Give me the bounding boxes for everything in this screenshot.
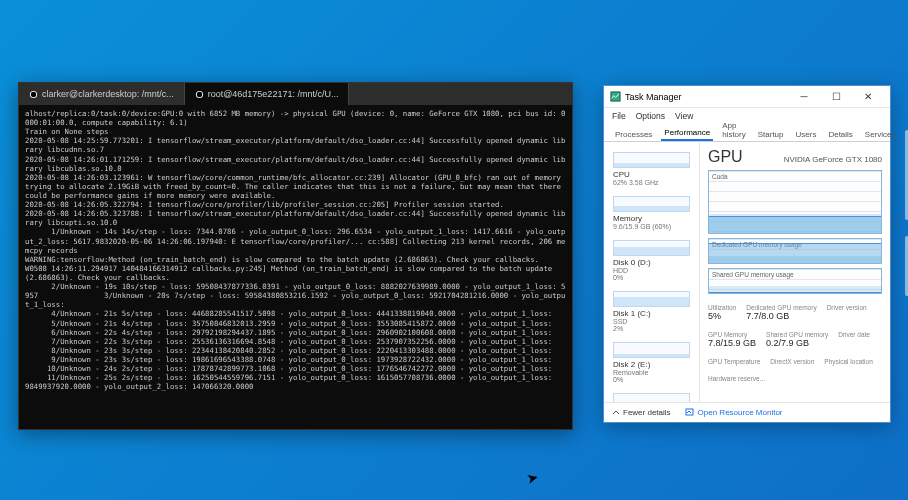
terminal-tab-1-label: clarker@clarkerdesktop: /mnt/c... [42,89,174,99]
mini-chart [613,152,690,168]
window-title: Task Manager [625,92,788,102]
menu-view[interactable]: View [675,111,693,121]
card-sub: 62% 3.58 GHz [613,179,690,186]
gpu-chart-shared[interactable]: Shared GPU memory usage [708,268,882,294]
chart-label: Cuda [712,173,728,180]
card-name: CPU [613,170,690,179]
sidebar-card-disk-2-e-[interactable]: Disk 2 (E:)Removable0% [608,338,695,387]
terminal-tabs: clarker@clarkerdesktop: /mnt/c... root@4… [19,83,572,105]
svg-point-3 [196,91,201,96]
chart-label: Dedicated GPU memory usage [712,241,802,248]
stat-key: Hardware reserve... [708,375,765,382]
gpu-stat: Utilization5% [708,304,736,321]
stat-key: Driver date [838,331,870,338]
stat-key: Shared GPU memory [766,331,828,338]
close-button[interactable]: ✕ [852,91,884,102]
footer: Fewer details Open Resource Monitor [604,402,890,422]
stat-key: Utilization [708,304,736,311]
mini-chart [613,393,690,402]
open-resource-monitor-link[interactable]: Open Resource Monitor [685,408,783,417]
stat-key: GPU Temperature [708,358,760,365]
card-sub2: 0% [613,274,690,281]
terminal-window[interactable]: clarker@clarkerdesktop: /mnt/c... root@4… [18,82,573,430]
card-sub2: 0% [613,376,690,383]
gpu-chart-dedicated[interactable]: Dedicated GPU memory usage [708,238,882,264]
sidebar-card-cpu[interactable]: CPU62% 3.58 GHz [608,148,695,190]
stat-value: 0.2/7.9 GB [766,338,828,348]
gpu-panel: GPU NVIDIA GeForce GTX 1080 Cuda Dedicat… [700,142,890,402]
task-manager-window[interactable]: Task Manager ─ ☐ ✕ File Options View Pro… [603,85,891,423]
stat-key: Dedicated GPU memory [746,304,816,311]
tab-details[interactable]: Details [825,128,855,141]
stat-key: GPU Memory [708,331,756,338]
card-name: Memory [613,214,690,223]
menu-file[interactable]: File [612,111,626,121]
gpu-stat: Dedicated GPU memory7.7/8.0 GB [746,304,816,321]
gpu-stat: Hardware reserve... [708,375,765,382]
tab-services[interactable]: Services [862,128,899,141]
minimize-button[interactable]: ─ [788,91,820,102]
gpu-stat: Driver version [827,304,867,321]
svg-rect-4 [611,92,620,101]
chevron-up-icon [612,409,620,417]
gpu-stat: GPU Memory7.8/15.9 GB [708,331,756,348]
tux-icon [29,90,38,99]
mouse-cursor-icon: ➤ [525,469,541,488]
maximize-button[interactable]: ☐ [820,91,852,102]
card-name: Disk 2 (E:) [613,360,690,369]
tab-processes[interactable]: Processes [612,128,655,141]
gpu-chart-cuda[interactable]: Cuda [708,170,882,234]
stat-value: 7.8/15.9 GB [708,338,756,348]
resource-sidebar[interactable]: CPU62% 3.58 GHzMemory9.6/15.9 GB (60%)Di… [604,142,700,402]
sidebar-card-disk-1-c-[interactable]: Disk 1 (C:)SSD2% [608,287,695,336]
gpu-stats: Utilization5%Dedicated GPU memory7.7/8.0… [708,304,882,382]
stat-key: Driver version [827,304,867,311]
card-name: Disk 0 (D:) [613,258,690,267]
stat-value: 7.7/8.0 GB [746,311,816,321]
tab-strip: Processes Performance App history Startu… [604,124,890,142]
gpu-model: NVIDIA GeForce GTX 1080 [784,155,882,164]
sidebar-card-disk-0-d-[interactable]: Disk 0 (D:)HDD0% [608,236,695,285]
tab-app-history[interactable]: App history [719,119,749,141]
sidebar-card-ethernet[interactable]: EthernetvEthernet (DockerNAT)S: 0 R: 0 K… [608,389,695,402]
menu-options[interactable]: Options [636,111,665,121]
card-sub: Removable [613,369,690,376]
terminal-tab-2[interactable]: root@46d175e22171: /mnt/c/U... [185,83,350,105]
gpu-stat: GPU Temperature [708,358,760,365]
mini-chart [613,196,690,212]
tab-startup[interactable]: Startup [755,128,787,141]
card-sub: 9.6/15.9 GB (60%) [613,223,690,230]
gpu-stat: Physical location [824,358,872,365]
performance-body: CPU62% 3.58 GHzMemory9.6/15.9 GB (60%)Di… [604,142,890,402]
card-sub: HDD [613,267,690,274]
tux-icon [195,90,204,99]
card-sub2: 2% [613,325,690,332]
terminal-tab-1[interactable]: clarker@clarkerdesktop: /mnt/c... [19,83,185,105]
gpu-heading: GPU [708,148,743,166]
stat-value: 5% [708,311,736,321]
terminal-tab-2-label: root@46d175e22171: /mnt/c/U... [208,89,339,99]
svg-point-1 [31,91,36,96]
task-manager-icon [610,91,621,102]
fewer-details-button[interactable]: Fewer details [612,408,671,417]
mini-chart [613,291,690,307]
titlebar[interactable]: Task Manager ─ ☐ ✕ [604,86,890,108]
stat-key: DirectX version [770,358,814,365]
stat-key: Physical location [824,358,872,365]
tab-users[interactable]: Users [793,128,820,141]
monitor-icon [685,408,694,417]
card-sub: SSD [613,318,690,325]
chart-label: Shared GPU memory usage [712,271,794,278]
gpu-stat: Driver date [838,331,870,348]
card-name: Disk 1 (C:) [613,309,690,318]
tab-performance[interactable]: Performance [661,126,713,141]
mini-chart [613,240,690,256]
sidebar-card-memory[interactable]: Memory9.6/15.9 GB (60%) [608,192,695,234]
gpu-stat: DirectX version [770,358,814,365]
gpu-stat: Shared GPU memory0.2/7.9 GB [766,331,828,348]
terminal-output[interactable]: alhost/replica:0/task:0/device:GPU:0 wit… [19,105,572,429]
mini-chart [613,342,690,358]
gpu-header: GPU NVIDIA GeForce GTX 1080 [708,148,882,166]
